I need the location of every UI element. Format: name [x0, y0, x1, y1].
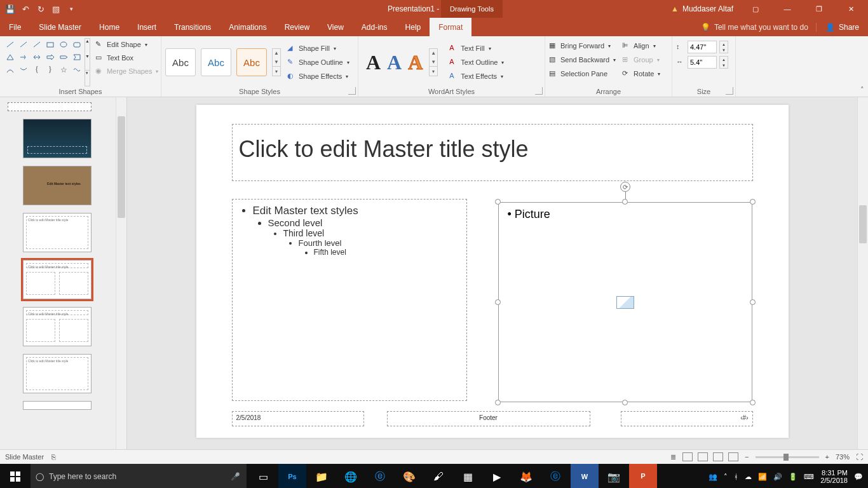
wordart-thumb[interactable]: A [387, 51, 402, 74]
text-outline-button[interactable]: AText Outline▾ [449, 56, 504, 69]
slideshow-view-icon[interactable] [728, 452, 738, 461]
zoom-level[interactable]: 73% [836, 453, 850, 461]
tab-addins[interactable]: Add-ins [353, 18, 397, 36]
firefox-icon[interactable]: 🦊 [512, 464, 540, 488]
sorter-view-icon[interactable] [698, 452, 708, 461]
send-backward-button[interactable]: ▧Send Backward▾ [549, 53, 616, 66]
tray-clock[interactable]: 8:31 PM 2/5/2018 [820, 469, 848, 484]
people-icon[interactable]: 👥 [709, 473, 717, 481]
ribbon-display-icon[interactable]: ▢ [741, 0, 770, 18]
text-fill-button[interactable]: AText Fill▾ [449, 42, 504, 55]
wordart-launcher[interactable] [535, 87, 543, 95]
tab-animations[interactable]: Animations [220, 18, 275, 36]
close-master-icon[interactable]: ⎘ [51, 453, 56, 461]
width-field[interactable]: ↔ ▲▼ [676, 56, 728, 69]
share-button[interactable]: 👤 Share [816, 23, 868, 32]
shape-styles-launcher[interactable] [348, 87, 356, 95]
tray-up-icon[interactable]: ˄ [724, 473, 728, 481]
paint3d-icon[interactable]: 🎨 [395, 464, 423, 488]
wordart-thumb[interactable]: A [366, 51, 381, 74]
start-from-beginning-icon[interactable]: ▧ [51, 4, 61, 14]
layout-thumb[interactable] [8, 102, 92, 111]
selection-pane-button[interactable]: ▤Selection Pane [549, 67, 616, 80]
tab-help[interactable]: Help [397, 18, 430, 36]
task-view-icon[interactable]: ▭ [249, 464, 277, 488]
resize-handle[interactable] [622, 199, 628, 205]
style-thumb[interactable]: Abc [201, 48, 231, 76]
resize-handle[interactable] [750, 199, 756, 205]
resize-handle[interactable] [495, 299, 501, 305]
picture-icon[interactable] [616, 296, 634, 309]
battery-icon[interactable]: 🔋 [789, 473, 797, 481]
tab-file[interactable]: File [0, 18, 30, 36]
shape-effects-button[interactable]: ◐Shape Effects▾ [287, 70, 349, 83]
reading-view-icon[interactable] [713, 452, 723, 461]
shape-fill-button[interactable]: ◢Shape Fill▾ [287, 42, 349, 55]
start-button[interactable] [0, 464, 31, 488]
chrome-icon[interactable]: 🌐 [337, 464, 365, 488]
tab-format[interactable]: Format [430, 18, 471, 36]
tell-me-search[interactable]: 💡 Tell me what you want to do [693, 23, 816, 32]
fences-icon[interactable]: ▦ [454, 464, 482, 488]
notifications-icon[interactable]: 💬 [854, 473, 863, 481]
redo-icon[interactable]: ↻ [36, 4, 46, 14]
layout-thumb[interactable]: Edit Master text styles [23, 166, 92, 205]
bring-forward-button[interactable]: ▦Bring Forward▾ [549, 39, 616, 52]
tab-transitions[interactable]: Transitions [165, 18, 220, 36]
resize-handle[interactable] [622, 400, 628, 405]
date-placeholder[interactable]: 2/5/2018 [232, 411, 364, 426]
filmora-icon[interactable]: ▶ [483, 464, 511, 488]
taskbar-search[interactable]: ◯ Type here to search 🎤 [31, 464, 247, 488]
shape-style-gallery[interactable]: Abc Abc Abc ▲▼▾ [165, 48, 281, 76]
width-input[interactable] [688, 56, 717, 69]
layout-thumb[interactable] [23, 119, 92, 158]
style-thumb[interactable]: Abc [236, 48, 267, 76]
photoshop-icon[interactable]: Ps [278, 464, 306, 488]
undo-icon[interactable]: ↶ [20, 4, 31, 14]
resize-handle[interactable] [495, 400, 501, 405]
tab-slide-master[interactable]: Slide Master [30, 18, 90, 36]
vertical-scrollbar[interactable] [857, 97, 868, 449]
zoom-in-button[interactable]: + [825, 453, 829, 461]
tab-insert[interactable]: Insert [128, 18, 165, 36]
notes-button[interactable]: ≣ [670, 453, 676, 461]
layout-thumb-selected[interactable]: Click to edit Master title style [23, 260, 92, 299]
layout-thumb[interactable]: Click to edit Master title style [23, 213, 92, 252]
rotate-handle[interactable]: ⟳ [620, 182, 630, 192]
resize-handle[interactable] [495, 199, 501, 205]
volume-icon[interactable]: 🔊 [773, 473, 782, 481]
edit-shape-button[interactable]: ✎Edit Shape▾ [95, 38, 159, 51]
onedrive-icon[interactable]: ☁ [745, 473, 752, 481]
close-icon[interactable]: ✕ [836, 0, 865, 18]
slide-canvas[interactable]: Click to edit Master title style Edit Ma… [127, 97, 857, 449]
wifi-icon[interactable]: 📶 [758, 473, 767, 481]
rotate-button[interactable]: ⟳Rotate▾ [622, 67, 660, 80]
edge-icon[interactable]: ⓔ [541, 464, 569, 488]
word-icon[interactable]: W [571, 464, 599, 488]
ie-icon[interactable]: ⓔ [366, 464, 394, 488]
camera-icon[interactable]: 📷 [600, 464, 628, 488]
text-effects-button[interactable]: AText Effects▾ [449, 70, 504, 83]
height-spinner[interactable]: ▲▼ [719, 41, 728, 53]
maximize-icon[interactable]: ❐ [804, 0, 834, 18]
width-spinner[interactable]: ▲▼ [719, 56, 728, 69]
powerpoint-icon[interactable]: P [629, 464, 657, 488]
text-box-button[interactable]: ▭Text Box [95, 51, 159, 64]
explorer-icon[interactable]: 📁 [308, 464, 336, 488]
tab-view[interactable]: View [318, 18, 353, 36]
wordart-gallery-more[interactable]: ▲▼▾ [429, 48, 438, 76]
tab-home[interactable]: Home [90, 18, 128, 36]
align-button[interactable]: ⊫Align▾ [622, 39, 660, 52]
wordart-thumb[interactable]: A [408, 51, 423, 74]
height-input[interactable] [688, 41, 717, 53]
mic-icon[interactable]: 🎤 [231, 472, 240, 481]
title-placeholder[interactable]: Click to edit Master title style [232, 124, 753, 181]
footer-placeholder[interactable]: Footer [387, 411, 590, 426]
thumb-scrollbar[interactable] [116, 97, 126, 449]
content-placeholder[interactable]: Edit Master text styles Second level Thi… [232, 199, 467, 401]
shapes-more[interactable]: ▲ ▼ ▾ [85, 38, 90, 86]
collapse-ribbon-icon[interactable]: ˄ [860, 86, 864, 94]
bt-icon[interactable]: ᚼ [734, 473, 738, 480]
layout-thumb[interactable]: Click to edit Master title style [23, 354, 92, 393]
save-icon[interactable]: 💾 [5, 4, 15, 14]
